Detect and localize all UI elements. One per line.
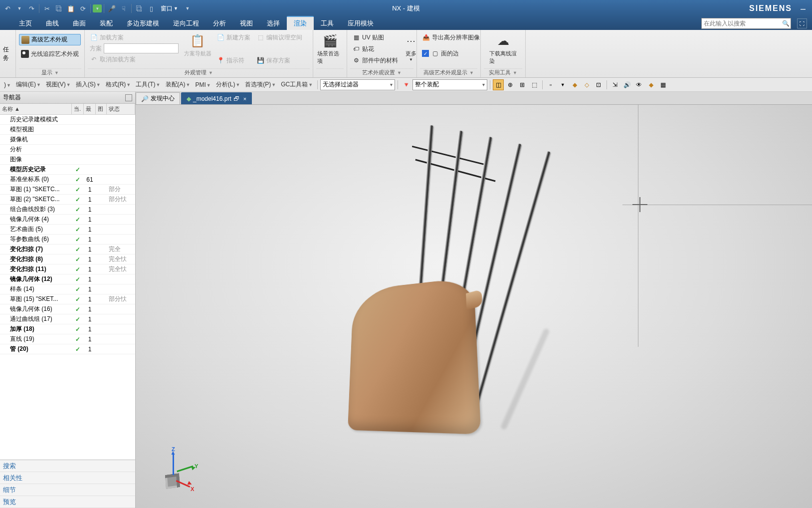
footer-dependency[interactable]: 相关性 — [0, 472, 135, 484]
tree-row[interactable]: 变化扫掠 (7)✓1完全 — [0, 245, 135, 254]
tab-discover[interactable]: 🔎 发现中心 — [136, 92, 180, 104]
scene-preferences-button[interactable]: 🎬 场景首选项 — [316, 32, 344, 66]
view-icon-3[interactable]: 👁 — [633, 79, 644, 90]
scheme-dropdown[interactable] — [104, 43, 179, 53]
image-button[interactable]: ▾ — [93, 4, 102, 12]
mb2-gctoolbox[interactable]: GC工具箱▼ — [279, 79, 315, 90]
mic-button[interactable]: 🎤 — [106, 3, 117, 14]
download-offline-button[interactable]: ☁ 下载离线渲染 — [488, 32, 518, 66]
tree-row[interactable]: 草图 (1) "SKETC...✓1部分 — [0, 185, 135, 195]
col-name[interactable]: 名称 ▲ — [0, 104, 72, 114]
sel-icon-2[interactable]: ⊕ — [505, 79, 516, 90]
tree-row[interactable]: 分析 — [0, 145, 135, 155]
tab-home[interactable]: 主页 — [12, 17, 39, 30]
redo-button[interactable]: ↷ — [26, 3, 37, 14]
cut-button[interactable]: ✂ — [41, 3, 52, 14]
mb2-insert[interactable]: 插入(S)▼ — [74, 79, 103, 90]
tree-row[interactable]: 管 (20)✓1 — [0, 344, 135, 354]
export-highres-button[interactable]: 📤导出高分辨率图像 — [420, 32, 482, 43]
uv-map-button[interactable]: ▦UV 贴图 — [350, 32, 400, 43]
tree-row[interactable]: 加厚 (18)✓1 — [0, 324, 135, 334]
mb2-tools[interactable]: 工具(T)▼ — [134, 79, 162, 90]
tree-row[interactable]: 变化扫掠 (8)✓1完全忕 — [0, 254, 135, 264]
tree-row[interactable]: 历史记录建模模式 — [0, 115, 135, 125]
close-tab-button[interactable]: × — [243, 96, 246, 102]
tree-row[interactable]: 变化扫掠 (11)✓1完全忕 — [0, 264, 135, 274]
tab-assembly[interactable]: 装配 — [93, 17, 120, 30]
tab-render[interactable]: 渲染 — [287, 16, 314, 30]
footer-preview[interactable]: 预览 — [0, 496, 135, 508]
mb2-assembly[interactable]: 装配(A)▼ — [164, 79, 193, 90]
sel-icon-5[interactable]: ▫ — [545, 79, 556, 90]
tab-model-file[interactable]: ◆ _model416.prt 🗗 × — [181, 92, 252, 104]
sel-icon-4[interactable]: ⬚ — [529, 79, 540, 90]
tree-row[interactable]: 组合曲线投影 (3)✓1 — [0, 205, 135, 215]
touch-button[interactable]: ☟ — [118, 3, 129, 14]
tile-button[interactable]: ▯ — [146, 3, 157, 14]
part-materials-button[interactable]: ⚙部件中的材料 — [350, 55, 400, 66]
chair-model[interactable] — [345, 125, 624, 434]
sel-icon-3[interactable]: ⊞ — [517, 79, 528, 90]
footer-search[interactable]: 搜索 — [0, 460, 135, 472]
footer-details[interactable]: 细节 — [0, 484, 135, 496]
tab-app-module[interactable]: 应用模块 — [341, 17, 381, 30]
tree-row[interactable]: 草图 (15) "SKET...✓1部分忕 — [0, 294, 135, 304]
tree-row[interactable]: 镜像几何体 (16)✓1 — [0, 304, 135, 314]
tree-row[interactable]: 直线 (19)✓1 — [0, 334, 135, 344]
tree-row[interactable]: 摄像机 — [0, 135, 135, 145]
ribbon-task[interactable]: 任务 — [0, 30, 16, 77]
tree-row[interactable]: 草图 (2) "SKETC...✓1部分忕 — [0, 195, 135, 205]
command-search[interactable]: 🔍 — [701, 18, 791, 29]
first-item-truncated[interactable]: )▼ — [2, 80, 13, 89]
filter-settings-icon[interactable]: 🔻 — [401, 79, 411, 90]
tab-surface[interactable]: 曲面 — [66, 17, 93, 30]
raytrace-button[interactable]: 光线追踪艺术外观 — [19, 48, 81, 59]
tab-polygon[interactable]: 多边形建模 — [120, 17, 166, 30]
view-triad[interactable]: Z Y X — [166, 448, 205, 488]
pin-button[interactable] — [125, 94, 132, 101]
qat-customize[interactable]: ▼ — [182, 3, 193, 14]
minimize-button[interactable]: – — [798, 3, 808, 13]
tree-row[interactable]: 艺术曲面 (5)✓1 — [0, 225, 135, 235]
tree-row[interactable]: 通过曲线组 (17)✓1 — [0, 314, 135, 324]
sel-icon-7[interactable]: ◆ — [569, 79, 580, 90]
tab-analysis[interactable]: 分析 — [206, 17, 233, 30]
view-icon-4[interactable]: ◆ — [645, 79, 656, 90]
tree-row[interactable]: 模型历史记录✓ — [0, 165, 135, 175]
view-icon-2[interactable]: 🔊 — [621, 79, 632, 90]
tree-row[interactable]: 镜像几何体 (12)✓1 — [0, 274, 135, 284]
sel-icon-8[interactable]: ◇ — [581, 79, 592, 90]
undo-button[interactable]: ↶ — [2, 3, 13, 14]
tree-row[interactable]: 镜像几何体 (4)✓1 — [0, 215, 135, 225]
fullscreen-button[interactable]: ⛶ — [797, 18, 807, 28]
window-menu[interactable]: 窗口 ▼ — [158, 4, 181, 13]
cascade-button[interactable]: ⿻ — [134, 3, 145, 14]
col-layer[interactable]: 图 — [96, 104, 107, 114]
sel-icon-1[interactable]: ◫ — [493, 79, 504, 90]
undo-dropdown[interactable]: ▼ — [14, 3, 25, 14]
tab-curve[interactable]: 曲线 — [39, 17, 66, 30]
tree-row[interactable]: 基准坐标系 (0)✓61 — [0, 175, 135, 185]
tree-row[interactable]: 样条 (14)✓1 — [0, 284, 135, 294]
3d-viewport[interactable]: Z Y X — [136, 105, 812, 508]
tab-select[interactable]: 选择 — [260, 17, 287, 30]
tab-view[interactable]: 视图 — [233, 17, 260, 30]
tree-row[interactable]: 等参数曲线 (6)✓1 — [0, 235, 135, 245]
search-input[interactable] — [702, 20, 781, 27]
repeat-button[interactable]: ⟳ — [77, 3, 88, 14]
mb2-analysis[interactable]: 分析(L)▼ — [214, 79, 242, 90]
view-icon-1[interactable]: ⇲ — [609, 79, 620, 90]
tree-row[interactable]: 图像 — [0, 155, 135, 165]
mb2-pref[interactable]: 首选项(P)▼ — [243, 79, 278, 90]
paste-button[interactable]: 📋 — [65, 3, 76, 14]
checkbox-icon[interactable]: ✓ — [422, 50, 429, 57]
view-icon-5[interactable]: ▦ — [657, 79, 668, 90]
col-last[interactable]: 最 — [84, 104, 96, 114]
face-edges-button[interactable]: ✓ ▢ 面的边 — [420, 48, 482, 59]
copy-button[interactable]: ⿻ — [53, 3, 64, 14]
selection-filter-combo[interactable]: 无选择过滤器 — [320, 79, 395, 90]
mb2-pmi[interactable]: PMI▼ — [193, 80, 212, 89]
search-icon[interactable]: 🔍 — [781, 20, 791, 27]
tab-reverse-eng[interactable]: 逆向工程 — [166, 17, 206, 30]
mb2-edit[interactable]: 编辑(E)▼ — [14, 79, 43, 90]
